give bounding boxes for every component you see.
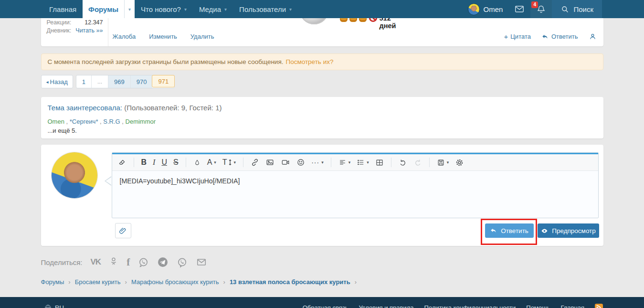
alignment-button[interactable]: ▾ bbox=[338, 159, 351, 166]
footer-link-terms[interactable]: Условия и правила bbox=[359, 304, 413, 308]
user-link[interactable]: *Сергеич* bbox=[70, 118, 98, 125]
language-selector[interactable]: RU bbox=[44, 299, 64, 308]
user-link[interactable]: S.R.G bbox=[103, 118, 120, 125]
share-facebook-button[interactable]: f bbox=[127, 256, 130, 268]
view-new-messages-link[interactable]: Посмотреть их? bbox=[285, 58, 333, 65]
underline-button[interactable]: U bbox=[161, 159, 167, 166]
font-family-button[interactable]: A▾ bbox=[207, 159, 216, 166]
chevron-down-icon: ▾ bbox=[184, 7, 187, 12]
reply-link[interactable]: Ответить bbox=[541, 33, 578, 41]
left-triangle-icon: ◂ bbox=[46, 79, 49, 85]
remove-format-button[interactable] bbox=[118, 158, 127, 167]
editor-settings-button[interactable] bbox=[455, 158, 464, 167]
page-ellipsis[interactable]: ... bbox=[91, 75, 108, 88]
search-button[interactable]: Поиск bbox=[552, 0, 602, 18]
nav-item-media[interactable]: Медиа▾ bbox=[193, 0, 233, 18]
redo-icon bbox=[413, 158, 422, 167]
strikethrough-button[interactable]: S bbox=[173, 159, 179, 166]
chevron-down-icon: ▾ bbox=[447, 160, 449, 165]
share-whatsapp-button[interactable] bbox=[138, 257, 149, 268]
chevron-down-icon: ▾ bbox=[234, 160, 236, 165]
share-email-button[interactable] bbox=[196, 257, 207, 267]
undo-button[interactable] bbox=[399, 158, 407, 167]
nav-item-forums-label: Форумы bbox=[83, 5, 124, 13]
whatsapp-icon bbox=[138, 257, 149, 268]
bullet-list-icon bbox=[357, 159, 365, 166]
odnoklassniki-icon bbox=[109, 256, 118, 268]
nav-item-forums[interactable]: Форумы ▾ bbox=[83, 0, 135, 18]
multiquote-button[interactable] bbox=[589, 32, 597, 41]
bold-button[interactable]: B bbox=[141, 159, 147, 166]
attach-file-button[interactable] bbox=[115, 223, 131, 238]
breadcrumb-marathons[interactable]: Марафоны бросающих курить bbox=[131, 278, 219, 286]
user-avatar bbox=[468, 3, 480, 15]
share-ok-button[interactable] bbox=[109, 256, 118, 268]
nav-item-home[interactable]: Главная bbox=[43, 0, 83, 18]
drafts-button[interactable]: ▾ bbox=[437, 159, 449, 167]
share-telegram-button[interactable] bbox=[157, 256, 169, 268]
more-options-button[interactable]: ···▾ bbox=[311, 159, 324, 166]
italic-button[interactable]: I bbox=[153, 159, 155, 166]
quote-link[interactable]: +Цитата bbox=[504, 33, 530, 40]
editor-toolbar: B I U S A▾ T▾ ···▾ ▾ ▾ bbox=[112, 154, 598, 171]
diary-label: Дневник: bbox=[47, 27, 72, 35]
insert-media-button[interactable] bbox=[281, 158, 290, 167]
forums-dropdown-toggle[interactable]: ▾ bbox=[124, 0, 135, 18]
nav-item-members[interactable]: Пользователи▾ bbox=[233, 0, 298, 18]
chevron-down-icon: ▾ bbox=[289, 7, 292, 12]
image-icon bbox=[265, 158, 274, 167]
redo-button[interactable] bbox=[413, 158, 422, 167]
delete-link[interactable]: Удалить bbox=[190, 33, 214, 40]
page-current-971[interactable]: 971 bbox=[152, 75, 175, 87]
insert-table-button[interactable] bbox=[375, 159, 384, 167]
footer-link-contact[interactable]: Обратная связь bbox=[303, 304, 348, 308]
footer-link-privacy[interactable]: Политика конфиденциальности bbox=[424, 304, 516, 308]
reply-submit-button[interactable]: Ответить bbox=[485, 223, 534, 238]
insert-smilie-button[interactable] bbox=[296, 158, 305, 167]
report-link[interactable]: Жалоба bbox=[113, 33, 136, 40]
pagination-pages: 1 ... 969 970 971 bbox=[76, 75, 175, 88]
rich-text-editor: B I U S A▾ T▾ ···▾ ▾ ▾ bbox=[112, 152, 599, 218]
breadcrumb-quit-smoking[interactable]: Бросаем курить bbox=[75, 278, 121, 286]
breadcrumb-forums[interactable]: Форумы bbox=[41, 278, 64, 286]
page-969[interactable]: 969 bbox=[108, 75, 130, 88]
edit-link[interactable]: Изменить bbox=[149, 33, 177, 40]
font-size-button[interactable]: T▾ bbox=[222, 159, 236, 166]
footer-link-help[interactable]: Помощь bbox=[526, 304, 550, 308]
eye-icon bbox=[540, 227, 549, 234]
footer-links: Обратная связь Условия и правила Политик… bbox=[303, 299, 603, 308]
align-left-icon bbox=[338, 159, 347, 166]
alerts-button[interactable]: 4 bbox=[530, 0, 552, 18]
composer-avatar[interactable] bbox=[52, 152, 97, 198]
editor-text-input[interactable]: [MEDIA=youtube]_hi3WCIjuHo[/MEDIA] bbox=[112, 171, 598, 191]
footer-link-home[interactable]: Главная bbox=[561, 304, 584, 308]
page-1[interactable]: 1 bbox=[76, 75, 91, 88]
gear-icon bbox=[455, 158, 464, 167]
breadcrumb-current-topic[interactable]: 13 взлетная полоса бросающих курить bbox=[230, 278, 350, 286]
user-link[interactable]: Demimmor bbox=[126, 118, 156, 125]
text-color-button[interactable] bbox=[193, 159, 201, 167]
username: Omen bbox=[484, 5, 503, 13]
chevron-down-icon: ▾ bbox=[348, 160, 351, 165]
rss-button[interactable] bbox=[595, 304, 603, 308]
account-menu[interactable]: Omen bbox=[462, 0, 509, 18]
smiley-icon bbox=[296, 158, 305, 167]
insert-link-button[interactable] bbox=[251, 158, 259, 167]
viber-icon bbox=[177, 257, 188, 268]
share-vk-button[interactable]: VK bbox=[91, 257, 101, 267]
inbox-button[interactable] bbox=[508, 0, 530, 18]
preview-button[interactable]: Предпросмотр bbox=[538, 223, 599, 238]
user-stats: Реакции:12.347 Дневник:Читать »» bbox=[47, 19, 103, 35]
diary-read-link[interactable]: Читать »» bbox=[75, 27, 103, 35]
share-viber-button[interactable] bbox=[177, 257, 188, 268]
page-content: 512 дней Реакции:12.347 Дневник:Читать »… bbox=[41, 8, 603, 286]
list-button[interactable]: ▾ bbox=[357, 159, 369, 166]
insert-image-button[interactable] bbox=[265, 158, 274, 167]
pagination-back-button[interactable]: ◂ Назад bbox=[41, 75, 73, 88]
nav-item-whats-new[interactable]: Что нового?▾ bbox=[135, 0, 193, 18]
nav-right-cluster: Omen 4 Поиск bbox=[462, 0, 602, 18]
user-link[interactable]: Omen bbox=[48, 118, 64, 125]
page-970[interactable]: 970 bbox=[130, 75, 153, 88]
reply-arrow-icon bbox=[490, 227, 497, 234]
interest-title-link[interactable]: Тема заинтересовала: bbox=[48, 104, 123, 112]
